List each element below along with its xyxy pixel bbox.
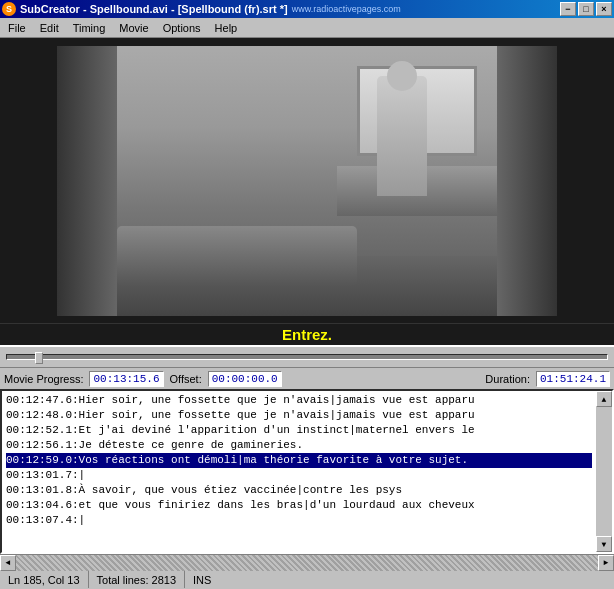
editor-line: 00:12:48.0:Hier soir, une fossette que j… (6, 408, 592, 423)
menu-edit[interactable]: Edit (34, 20, 65, 36)
scroll-track[interactable] (596, 407, 612, 536)
offset-label: Offset: (170, 373, 202, 385)
scroll-down-button[interactable]: ▼ (596, 536, 612, 552)
editor-line: 00:12:56.1:Je déteste ce genre de gamine… (6, 438, 592, 453)
titlebar-left: S SubCreator - Spellbound.avi - [Spellbo… (2, 2, 401, 16)
editor-line: 00:12:59.0:Vos réactions ont démoli|ma t… (6, 453, 592, 468)
editor-line: 00:13:01.8:À savoir, que vous étiez vacc… (6, 483, 592, 498)
editor-line: 00:12:52.1:Et j'ai deviné l'apparition d… (6, 423, 592, 438)
titlebar: S SubCreator - Spellbound.avi - [Spellbo… (0, 0, 614, 18)
editor-line: 00:13:07.4:| (6, 513, 592, 528)
cursor-position: Ln 185, Col 13 (0, 571, 89, 588)
progress-thumb[interactable] (35, 352, 43, 364)
editor-content: 00:12:47.6:Hier soir, une fossette que j… (2, 391, 596, 530)
movie-progress-label: Movie Progress: (4, 373, 83, 385)
vertical-scrollbar[interactable]: ▲ ▼ (596, 391, 612, 552)
movie-progress-value: 00:13:15.6 (89, 371, 163, 387)
maximize-button[interactable]: □ (578, 2, 594, 16)
menu-file[interactable]: File (2, 20, 32, 36)
menubar: File Edit Timing Movie Options Help (0, 18, 614, 38)
movie-canvas (57, 46, 557, 316)
minimize-button[interactable]: − (560, 2, 576, 16)
editor-inner: 00:12:47.6:Hier soir, une fossette que j… (0, 389, 614, 554)
subtitle-text: Entrez. (282, 326, 332, 343)
menu-movie[interactable]: Movie (113, 20, 154, 36)
scroll-left-button[interactable]: ◄ (0, 555, 16, 571)
duration-value: 01:51:24.1 (536, 371, 610, 387)
editor-area[interactable]: 00:12:47.6:Hier soir, une fossette que j… (0, 389, 614, 554)
video-frame (0, 38, 614, 323)
editor-line: 00:12:47.6:Hier soir, une fossette que j… (6, 393, 592, 408)
menu-help[interactable]: Help (209, 20, 244, 36)
h-scroll-track[interactable] (16, 555, 598, 571)
subtitle-bar: Entrez. (0, 323, 614, 345)
duration-label: Duration: (485, 373, 530, 385)
editor-mode: INS (185, 571, 219, 588)
editor-line: 00:13:04.6:et que vous finiriez dans les… (6, 498, 592, 513)
scroll-right-button[interactable]: ► (598, 555, 614, 571)
bottom-status: Ln 185, Col 13 Total lines: 2813 INS (0, 570, 614, 588)
video-area (0, 38, 614, 323)
total-lines: Total lines: 2813 (89, 571, 186, 588)
progress-track[interactable] (6, 354, 608, 360)
scroll-up-button[interactable]: ▲ (596, 391, 612, 407)
horizontal-scrollbar[interactable]: ◄ ► (0, 554, 614, 570)
editor-wrapper: 00:12:47.6:Hier soir, une fossette que j… (0, 389, 614, 570)
menu-options[interactable]: Options (157, 20, 207, 36)
status-bar: Movie Progress: 00:13:15.6 Offset: 00:00… (0, 367, 614, 389)
progress-area (0, 345, 614, 367)
editor-line: 00:13:01.7:| (6, 468, 592, 483)
titlebar-title: SubCreator - Spellbound.avi - [Spellboun… (20, 3, 288, 15)
offset-value: 00:00:00.0 (208, 371, 282, 387)
titlebar-buttons: − □ × (560, 2, 612, 16)
app-icon: S (2, 2, 16, 16)
menu-timing[interactable]: Timing (67, 20, 112, 36)
close-button[interactable]: × (596, 2, 612, 16)
titlebar-url: www.radioactivepages.com (292, 4, 401, 14)
